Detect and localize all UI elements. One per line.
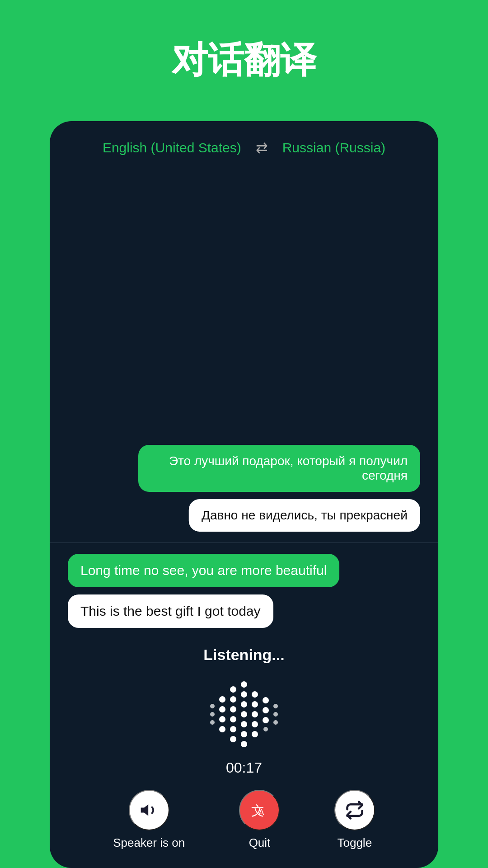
listening-section: Listening...: [50, 628, 438, 850]
toggle-control: Toggle: [334, 790, 375, 850]
main-card: English (United States) ⇄ Russian (Russi…: [50, 121, 438, 868]
quit-control: 文 A Quit: [239, 790, 280, 850]
message-bubble-english-1: Long time no see, you are more beautiful: [68, 554, 339, 587]
messages-top-section: Это лучший подарок, который я получил се…: [50, 165, 438, 532]
target-language[interactable]: Russian (Russia): [282, 140, 385, 156]
speaker-control: Speaker is on: [113, 790, 185, 850]
quit-label: Quit: [249, 836, 271, 850]
recording-timer: 00:17: [226, 760, 262, 776]
translate-icon: 文 A: [249, 800, 269, 820]
message-bubble-russian-2: Давно не виделись, ты прекрасней: [189, 499, 420, 532]
section-divider: [50, 542, 438, 543]
waveform-col-1: [210, 704, 215, 725]
message-bubble-english-2: This is the best gift I got today: [68, 594, 273, 628]
app-title: 对话翻译: [172, 36, 316, 85]
swap-icon[interactable]: ⇄: [256, 139, 268, 156]
language-bar: English (United States) ⇄ Russian (Russi…: [50, 121, 438, 165]
svg-text:A: A: [259, 807, 265, 817]
waveform-col-2: [219, 696, 225, 732]
toggle-label: Toggle: [337, 836, 372, 850]
waveform-col-5: [252, 691, 258, 737]
messages-bottom-section: Long time no see, you are more beautiful…: [50, 554, 438, 628]
toggle-button[interactable]: [334, 790, 375, 830]
waveform-col-7: [273, 704, 278, 725]
speaker-icon: [139, 800, 159, 820]
waveform-col-3: [230, 686, 236, 742]
toggle-icon: [345, 800, 365, 820]
quit-button[interactable]: 文 A: [239, 790, 280, 830]
speaker-button[interactable]: [129, 790, 169, 830]
waveform: [210, 678, 278, 750]
listening-status: Listening...: [203, 646, 284, 664]
source-language[interactable]: English (United States): [103, 140, 241, 156]
waveform-col-4: [241, 681, 247, 747]
controls-bar: Speaker is on 文 A Quit: [68, 790, 420, 850]
waveform-col-6: [263, 697, 269, 731]
message-bubble-russian-1: Это лучший подарок, который я получил се…: [138, 445, 420, 492]
speaker-label: Speaker is on: [113, 836, 185, 850]
